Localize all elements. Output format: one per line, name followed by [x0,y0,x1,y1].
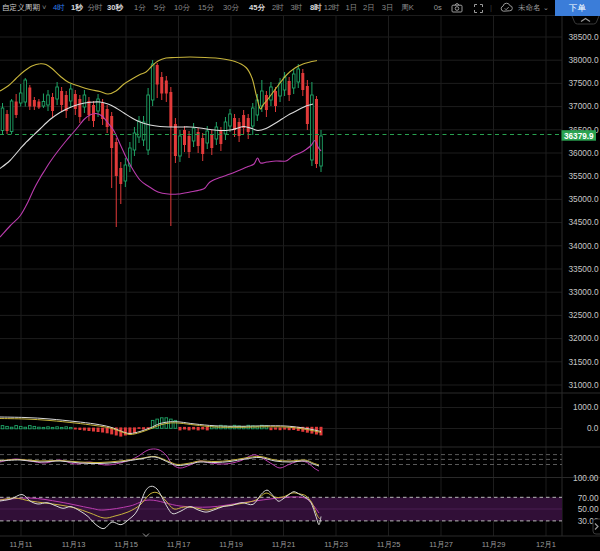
svg-text:11月11: 11月11 [9,540,32,549]
svg-text:11月27: 11月27 [429,540,453,549]
svg-text:32000.0: 32000.0 [569,333,599,343]
svg-text:34500.0: 34500.0 [569,217,599,227]
svg-text:70.00: 70.00 [578,493,599,503]
svg-text:36000.0: 36000.0 [569,148,599,158]
svg-text:35500.0: 35500.0 [569,171,599,181]
svg-text:33500.0: 33500.0 [569,264,599,274]
svg-text:37000.0: 37000.0 [569,101,599,111]
svg-text:11月29: 11月29 [482,540,506,549]
svg-text:12月1: 12月1 [536,540,556,549]
svg-text:50.00: 50.00 [578,504,599,514]
svg-text:11月21: 11月21 [272,540,296,549]
svg-text:31500.0: 31500.0 [569,357,599,367]
svg-text:37500.0: 37500.0 [569,78,599,88]
svg-text:11月25: 11月25 [377,540,401,549]
svg-text:35000.0: 35000.0 [569,194,599,204]
svg-text:38000.0: 38000.0 [569,55,599,65]
svg-text:11月23: 11月23 [324,540,348,549]
svg-text:36379.9: 36379.9 [564,132,594,141]
svg-text:31000.0: 31000.0 [569,380,599,390]
svg-text:100.00: 100.00 [573,473,599,483]
svg-text:11月19: 11月19 [219,540,243,549]
svg-text:11月13: 11月13 [62,540,86,549]
svg-text:38500.0: 38500.0 [569,32,599,42]
svg-text:11月15: 11月15 [114,540,138,549]
svg-text:0.0: 0.0 [587,423,599,433]
svg-text:32500.0: 32500.0 [569,310,599,320]
svg-text:34000.0: 34000.0 [569,241,599,251]
svg-text:33000.0: 33000.0 [569,287,599,297]
svg-text:11月17: 11月17 [167,540,191,549]
svg-text:1000.0: 1000.0 [573,402,599,412]
